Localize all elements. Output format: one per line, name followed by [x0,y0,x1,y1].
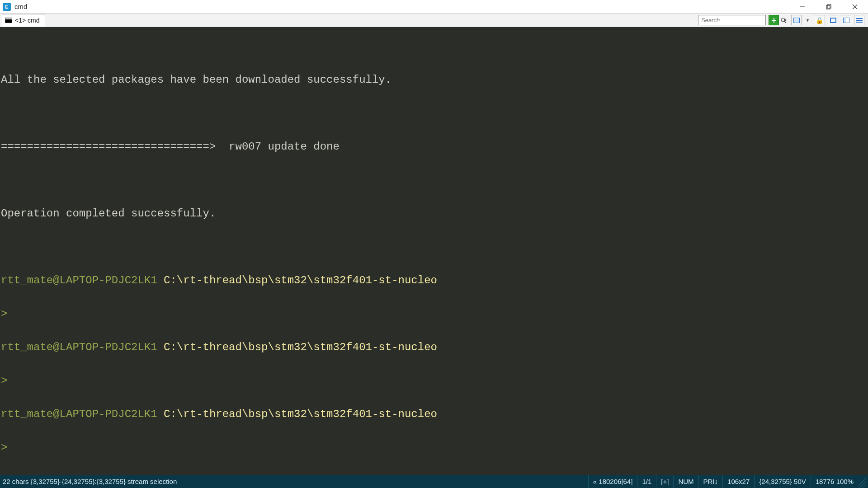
search-box[interactable] [698,15,766,25]
prompt-path: C:\rt-thread\bsp\stm32\stm32f401-st-nucl… [164,341,437,353]
term-prompt-sym: > [1,372,868,389]
tab-cmd[interactable]: <1> cmd [2,14,45,27]
lock-button[interactable]: 🔒 [814,15,825,25]
status-plus: [+] [656,475,673,488]
prompt-user: rtt_mate@LAPTOP-PDJC2LK1 [1,341,157,353]
minimize-button[interactable] [789,0,816,14]
new-console-button[interactable] [769,15,779,25]
status-pager: 1/1 [637,475,656,488]
svg-rect-2 [827,5,831,8]
split-panes-icon [843,18,849,23]
tab-label: <1> cmd [15,17,39,24]
close-icon [852,4,858,10]
term-prompt-line: rtt_mate@LAPTOP-PDJC2LK1 C:\rt-thread\bs… [1,272,868,289]
lock-icon: 🔒 [816,17,823,24]
plus-icon [771,17,777,23]
svg-rect-1 [826,5,830,9]
status-num: NUM [673,475,698,488]
toolbar: ▼ ▼ 🔒 [698,15,868,25]
status-selection: 22 chars {3,32755}-{24,32755}:{3,32755} … [2,475,181,488]
term-text: All the selected packages have been down… [1,74,392,86]
search-input[interactable] [698,17,780,23]
menu-button[interactable] [854,15,864,25]
maximize-icon [826,4,832,10]
prompt-symbol: > [1,441,7,454]
term-blank [1,172,868,188]
menu-icon [856,18,863,23]
term-text: Operation completed successfully. [1,207,216,220]
term-text: ================================> rw007 … [1,141,340,153]
prompt-user: rtt_mate@LAPTOP-PDJC2LK1 [1,274,157,286]
term-line: All the selected packages have been down… [1,55,868,88]
resize-grip[interactable] [858,475,866,488]
close-button[interactable] [842,0,868,14]
prompt-path: C:\rt-thread\bsp\stm32\stm32f401-st-nucl… [164,274,437,286]
active-console-button[interactable] [791,15,802,25]
status-bar: 22 chars {3,32755}-{24,32755}:{3,32755} … [0,475,868,488]
prompt-symbol: > [1,375,7,387]
tab-toolbar-row: <1> cmd ▼ ▼ 🔒 [0,14,868,27]
status-pos: « 180206[64] [588,475,637,488]
status-size: 106x27 [722,475,754,488]
term-blank [1,105,868,122]
status-mem: 18776 100% [811,475,858,488]
status-cursor: {24,32755} 50V [754,475,810,488]
new-console-dropdown[interactable]: ▼ [782,18,788,23]
prompt-symbol: > [1,308,7,320]
terminal[interactable]: All the selected packages have been down… [0,27,868,475]
cmd-icon [5,18,12,23]
split-button[interactable] [841,15,851,25]
term-line: ================================> rw007 … [1,138,868,155]
maximize-button[interactable] [816,0,842,14]
app-icon: E [3,3,11,11]
active-console-dropdown[interactable]: ▼ [804,18,811,23]
term-prompt-line: rtt_mate@LAPTOP-PDJC2LK1 C:\rt-thread\bs… [1,339,868,356]
maximize-panel-icon [830,18,836,23]
status-pri: PRI↕ [698,475,723,488]
minimize-icon [799,4,806,10]
maximize-panel-button[interactable] [828,15,838,25]
term-line: Operation completed successfully. [1,205,868,222]
prompt-user: rtt_mate@LAPTOP-PDJC2LK1 [1,408,157,420]
term-prompt-line: rtt_mate@LAPTOP-PDJC2LK1 C:\rt-thread\bs… [1,406,868,422]
window-icon [793,18,800,23]
window-titlebar: E cmd [0,0,868,14]
term-prompt-sym: > [1,305,868,322]
term-blank [1,239,868,255]
prompt-path: C:\rt-thread\bsp\stm32\stm32f401-st-nucl… [164,408,437,420]
term-prompt-sym: > [1,439,868,456]
window-title: cmd [14,3,27,10]
